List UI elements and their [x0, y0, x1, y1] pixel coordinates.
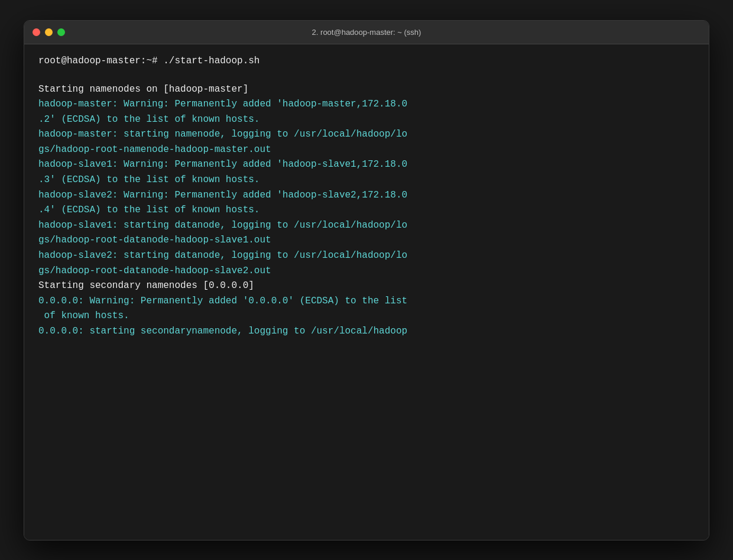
close-button[interactable]: [33, 28, 40, 36]
output-line: gs/hadoop-root-datanode-hadoop-slave1.ou…: [38, 233, 695, 248]
output-line: hadoop-master: starting namenode, loggin…: [38, 127, 695, 143]
prompt-line: root@hadoop-master:~# ./start-hadoop.sh: [38, 54, 695, 68]
output-line: hadoop-slave1: Warning: Permanently adde…: [38, 157, 695, 173]
maximize-button[interactable]: [57, 28, 65, 36]
output-line: .3' (ECDSA) to the list of known hosts.: [38, 173, 695, 188]
terminal-body[interactable]: root@hadoop-master:~# ./start-hadoop.sh …: [24, 44, 709, 540]
output-line: hadoop-slave2: Warning: Permanently adde…: [38, 188, 695, 203]
window-title: 2. root@hadoop-master: ~ (ssh): [312, 28, 421, 37]
output-line: Starting namenodes on [hadoop-master]: [38, 82, 695, 98]
output-line: hadoop-slave2: starting datanode, loggin…: [38, 248, 695, 264]
output-line: gs/hadoop-root-namenode-hadoop-master.ou…: [38, 143, 695, 158]
output-line: Starting secondary namenodes [0.0.0.0]: [38, 279, 695, 294]
output-line: of known hosts.: [38, 309, 695, 324]
output-block: Starting namenodes on [hadoop-master]had…: [38, 82, 695, 339]
output-line: hadoop-master: Warning: Permanently adde…: [38, 97, 695, 112]
output-line: 0.0.0.0: Warning: Permanently added '0.0…: [38, 294, 695, 309]
output-line: .2' (ECDSA) to the list of known hosts.: [38, 112, 695, 128]
output-line: 0.0.0.0: starting secondarynamenode, log…: [38, 324, 695, 339]
output-line: hadoop-slave1: starting datanode, loggin…: [38, 218, 695, 234]
title-bar: 2. root@hadoop-master: ~ (ssh): [24, 21, 709, 44]
terminal-window: 2. root@hadoop-master: ~ (ssh) root@hado…: [24, 20, 709, 540]
output-line: gs/hadoop-root-datanode-hadoop-slave2.ou…: [38, 264, 695, 279]
minimize-button[interactable]: [45, 28, 53, 36]
output-line: .4' (ECDSA) to the list of known hosts.: [38, 203, 695, 218]
traffic-lights: [33, 28, 65, 36]
